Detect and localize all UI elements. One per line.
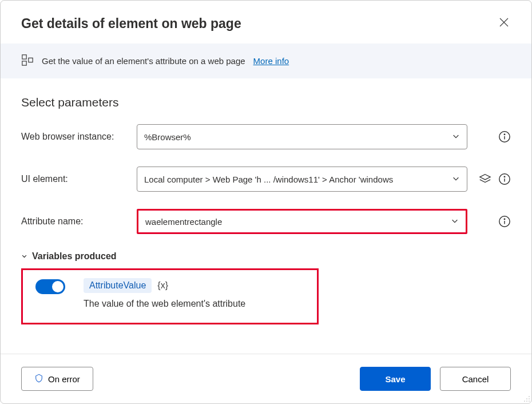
field-attribute: Attribute name: waelementrectangle: [21, 209, 511, 234]
svg-point-17: [529, 398, 530, 399]
dialog-header: Get details of element on web page: [1, 1, 531, 43]
field-browser: Web browser instance: %Browser%: [21, 124, 511, 149]
svg-point-16: [526, 398, 527, 399]
chevron-down-icon: [452, 132, 460, 142]
variable-name[interactable]: AttributeValue: [84, 278, 152, 293]
save-button[interactable]: Save: [360, 367, 431, 391]
close-icon[interactable]: [496, 14, 512, 33]
info-icon[interactable]: [498, 130, 511, 143]
svg-point-19: [526, 401, 527, 402]
svg-rect-3: [22, 61, 26, 65]
svg-point-20: [529, 401, 530, 402]
more-info-link[interactable]: More info: [253, 56, 289, 66]
svg-rect-4: [29, 58, 33, 62]
svg-marker-8: [480, 175, 490, 180]
cancel-button[interactable]: Cancel: [440, 367, 511, 391]
variable-toggle[interactable]: [35, 279, 65, 294]
attribute-label: Attribute name:: [21, 216, 130, 227]
action-icon: [21, 54, 34, 68]
svg-point-11: [504, 176, 505, 177]
info-icon[interactable]: [498, 215, 511, 228]
chevron-down-icon: [452, 175, 460, 184]
attribute-dropdown[interactable]: waelementrectangle: [137, 209, 467, 234]
variable-symbol: {x}: [157, 280, 168, 291]
resize-grip[interactable]: [522, 394, 530, 402]
section-heading: Select parameters: [21, 96, 511, 109]
variables-box: AttributeValue {x} The value of the web …: [21, 268, 319, 324]
variable-description: The value of the web element's attribute: [84, 299, 307, 309]
info-icon[interactable]: [498, 173, 511, 185]
dialog-title: Get details of element on web page: [21, 16, 241, 31]
chevron-down-icon: [451, 217, 459, 227]
variables-header-text: Variables produced: [32, 251, 117, 262]
info-bar: Get the value of an element's attribute …: [1, 43, 531, 78]
shield-icon: [34, 373, 43, 385]
on-error-label: On error: [48, 374, 80, 384]
browser-dropdown[interactable]: %Browser%: [137, 124, 467, 149]
svg-point-15: [529, 396, 530, 397]
dialog-footer: On error Save Cancel: [1, 354, 531, 403]
svg-point-7: [504, 134, 505, 134]
on-error-button[interactable]: On error: [21, 367, 93, 391]
element-label: UI element:: [21, 174, 130, 184]
field-element: UI element: Local computer > Web Page 'h…: [21, 167, 511, 192]
svg-point-18: [524, 401, 525, 402]
variables-toggle-header[interactable]: Variables produced: [21, 251, 511, 262]
chevron-down-icon: [21, 252, 27, 261]
layers-icon[interactable]: [479, 173, 491, 185]
dialog-body: Select parameters Web browser instance: …: [1, 78, 531, 354]
browser-label: Web browser instance:: [21, 132, 130, 142]
toggle-knob: [52, 281, 63, 292]
svg-point-14: [504, 219, 505, 219]
element-dropdown[interactable]: Local computer > Web Page 'h ... /window…: [137, 167, 467, 192]
svg-rect-2: [22, 55, 26, 59]
info-text: Get the value of an element's attribute …: [42, 56, 245, 66]
